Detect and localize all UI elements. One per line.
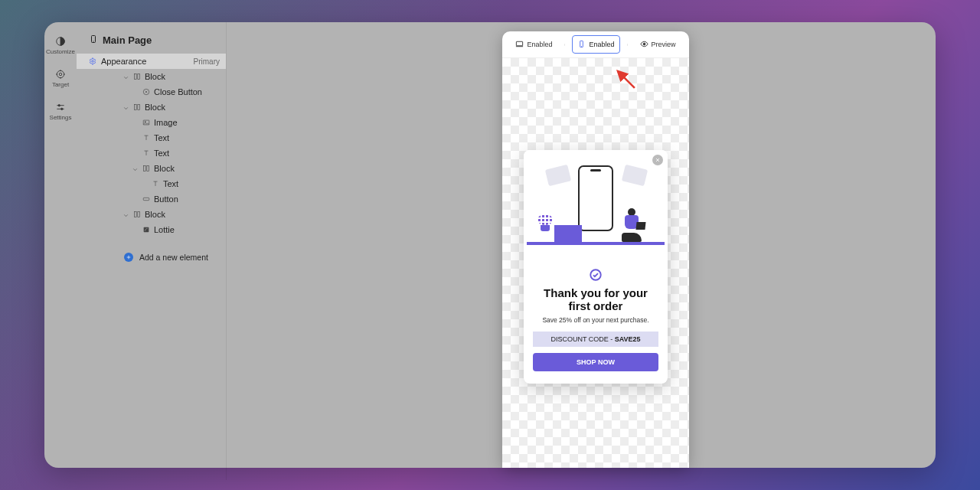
plus-icon (124, 253, 133, 262)
target-icon (55, 69, 66, 80)
tree-item[interactable]: Text (77, 145, 226, 161)
appearance-badge: Primary (194, 57, 220, 66)
chevron-down-icon (132, 165, 139, 172)
popup-card: Thank you for your first order Save 25% … (524, 150, 668, 384)
rail-label: Customize (46, 48, 75, 55)
popup-close-button[interactable] (652, 155, 663, 165)
add-element-button[interactable]: Add a new element (77, 237, 226, 262)
tree-block[interactable]: Block (77, 161, 226, 176)
svg-rect-19 (144, 227, 149, 233)
preview-button[interactable]: Preview (635, 35, 681, 54)
rail-settings[interactable]: Settings (50, 102, 72, 121)
tree-item[interactable]: Text (77, 130, 226, 145)
svg-point-28 (643, 43, 645, 45)
coupon-code: SAVE25 (615, 335, 641, 343)
svg-rect-16 (143, 198, 149, 200)
tree-label: Block (154, 164, 220, 173)
preview-label: Preview (652, 41, 676, 48)
mobile-icon (577, 40, 586, 50)
gear-icon (89, 57, 96, 65)
tree-label: Text (154, 133, 220, 142)
svg-rect-15 (147, 166, 149, 172)
chevron-down-icon (122, 74, 129, 80)
tree-block[interactable]: Block (77, 69, 226, 84)
svg-rect-10 (135, 105, 137, 110)
tree-label: Lottie (154, 225, 220, 234)
element-tree: BlockClose ButtonBlockImageTextTextBlock… (77, 69, 226, 237)
page-title: Main Page (77, 34, 226, 54)
close-circle-icon (142, 88, 150, 96)
svg-point-1 (57, 70, 64, 77)
desktop-menu[interactable] (564, 41, 566, 48)
preview-pane: Enabled Enabled Preview (502, 31, 689, 468)
left-rail: Customize Target Settings (44, 22, 77, 482)
popup-subline: Save 25% off on your next purchase. (533, 316, 658, 324)
popup-coupon: DISCOUNT CODE - SAVE25 (533, 332, 658, 347)
appearance-row[interactable]: Appearance Primary (77, 54, 226, 69)
preview-toolbar: Enabled Enabled Preview (502, 31, 689, 58)
text-icon (142, 134, 150, 142)
mobile-label: Enabled (589, 41, 614, 48)
svg-point-6 (92, 60, 94, 63)
eye-icon (640, 40, 648, 50)
mobile-menu[interactable] (626, 41, 629, 48)
mobile-icon (89, 34, 98, 46)
tree-item[interactable]: Close Button (77, 84, 226, 100)
columns-icon (142, 165, 150, 172)
contrast-icon (55, 36, 66, 47)
tree-item[interactable]: Text (77, 176, 226, 191)
tree-item[interactable]: Image (77, 115, 226, 130)
preview-canvas: Thank you for your first order Save 25% … (502, 58, 689, 468)
annotation-arrow (612, 66, 639, 95)
svg-point-4 (61, 108, 63, 109)
svg-rect-17 (135, 212, 137, 217)
tree-label: Text (154, 149, 220, 158)
svg-point-3 (58, 105, 60, 106)
rail-label: Target (52, 81, 69, 88)
tree-item[interactable]: Lottie (77, 222, 226, 237)
tree-label: Text (163, 179, 220, 188)
svg-point-13 (145, 122, 145, 122)
tree-label: Block (145, 103, 220, 112)
button-icon (142, 195, 150, 203)
add-element-label: Add a new element (139, 253, 208, 262)
rail-target[interactable]: Target (52, 69, 69, 88)
tree-label: Block (145, 210, 220, 219)
tree-label: Block (145, 72, 220, 81)
app-shell: Customize Target Settings Main Page Appe… (44, 22, 936, 468)
check-icon (589, 268, 603, 282)
columns-icon (133, 73, 141, 80)
tree-item[interactable]: Button (77, 191, 226, 207)
chevron-down-icon (122, 211, 129, 218)
svg-rect-7 (135, 74, 137, 80)
tree-label: Image (154, 118, 220, 127)
popup-headline: Thank you for your first order (533, 286, 658, 313)
columns-icon (133, 103, 141, 111)
text-icon (142, 149, 150, 157)
svg-point-2 (59, 73, 62, 76)
mobile-toggle[interactable]: Enabled (572, 35, 619, 54)
sliders-icon (55, 102, 66, 113)
coupon-prefix: DISCOUNT CODE - (550, 335, 614, 343)
lottie-icon (142, 226, 150, 234)
columns-icon (133, 211, 141, 218)
chevron-down-icon (122, 104, 129, 111)
sidebar: Main Page Appearance Primary BlockClose … (77, 22, 227, 480)
svg-rect-11 (138, 105, 140, 110)
svg-rect-20 (517, 41, 523, 46)
close-icon (655, 157, 661, 163)
desktop-toggle[interactable]: Enabled (510, 35, 557, 54)
rail-label: Settings (50, 114, 72, 121)
tree-label: Button (154, 194, 220, 204)
tree-block[interactable]: Block (77, 207, 226, 222)
svg-rect-14 (144, 166, 146, 172)
rail-customize[interactable]: Customize (46, 36, 75, 55)
svg-rect-18 (138, 212, 140, 217)
svg-rect-8 (138, 74, 140, 80)
page-title-text: Main Page (103, 34, 152, 46)
tree-label: Close Button (154, 87, 220, 96)
tree-block[interactable]: Block (77, 100, 226, 115)
desktop-label: Enabled (527, 41, 552, 48)
appearance-label: Appearance (101, 57, 146, 66)
popup-cta-button[interactable]: SHOP NOW (533, 353, 658, 371)
